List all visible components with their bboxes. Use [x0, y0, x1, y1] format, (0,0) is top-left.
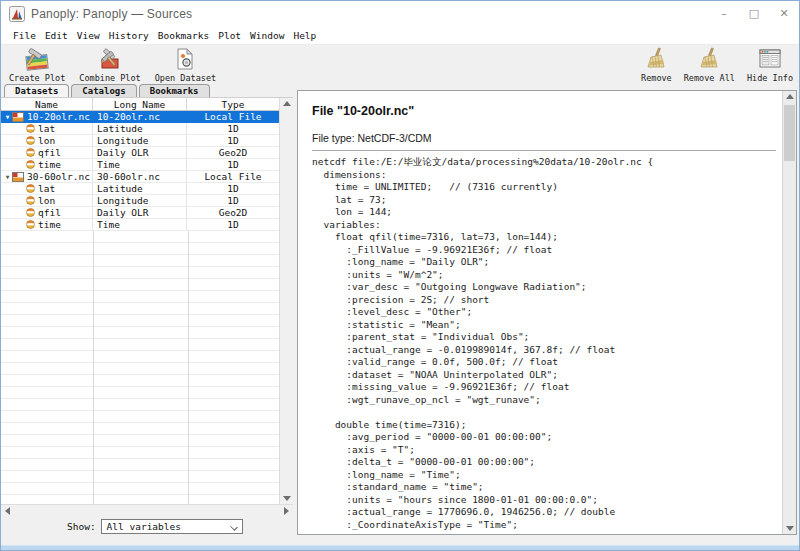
titlebar: Panoply: Panoply — Sources – □ ✕ [1, 1, 799, 26]
panoply-window: Panoply: Panoply — Sources – □ ✕ File Ed… [0, 0, 800, 551]
info-vertical-scrollbar[interactable] [782, 91, 796, 534]
show-variables-select[interactable]: All variables [101, 519, 243, 534]
open-dataset-label: Open Dataset [155, 73, 216, 83]
table-row-variable-time[interactable]: time Time 1D [1, 219, 279, 231]
minimize-icon: – [721, 7, 727, 20]
menu-window[interactable]: Window [250, 30, 284, 41]
hide-info-label: Hide Info [747, 73, 793, 83]
tab-datasets[interactable]: Datasets [4, 84, 69, 97]
menu-edit[interactable]: Edit [45, 30, 68, 41]
table-row-variable-qfil[interactable]: qfil Daily OLR Geo2D [1, 207, 279, 219]
remove-all-label: Remove All [684, 73, 735, 83]
hide-info-button[interactable]: Hide Info [747, 47, 793, 83]
scroll-up-icon[interactable] [283, 101, 291, 106]
table-row-dataset-10-20olr[interactable]: ▼ 10-20olr.nc 10-20olr.nc Local File [1, 111, 279, 123]
combine-plot-label: Combine Plot [79, 73, 140, 83]
column-header-type[interactable]: Type [187, 98, 279, 110]
combine-plot-button[interactable]: Combine Plot [79, 47, 140, 83]
table-row-variable-time[interactable]: time Time 1D [1, 159, 279, 171]
maximize-button[interactable]: □ [739, 1, 769, 26]
menu-view[interactable]: View [77, 30, 100, 41]
scroll-up-icon[interactable] [786, 94, 794, 99]
variable-icon [26, 220, 35, 229]
tab-bookmarks[interactable]: Bookmarks [139, 84, 210, 97]
datasets-vertical-scrollbar[interactable] [279, 98, 293, 504]
table-row-variable-qfil[interactable]: qfil Daily OLR Geo2D [1, 147, 279, 159]
window-bottom-border [1, 545, 799, 551]
scroll-left-icon[interactable] [5, 507, 10, 515]
variable-icon [26, 160, 35, 169]
info-panel: File "10-20olr.nc" File type: NetCDF-3/C… [297, 90, 797, 535]
column-header-long-name[interactable]: Long Name [93, 98, 187, 110]
collapse-triangle-icon[interactable]: ▼ [3, 173, 12, 180]
maximize-icon: □ [749, 7, 759, 20]
menu-file[interactable]: File [13, 30, 36, 41]
scroll-down-icon[interactable] [283, 496, 291, 501]
datasets-table: Name Long Name Type ▼ 10-20olr.nc 10-20o… [1, 98, 279, 504]
show-selected-option: All variables [107, 521, 181, 532]
ncdump-text: netcdf file:/E:/毕业论文/data/processing%20d… [312, 156, 776, 531]
menu-help[interactable]: Help [293, 30, 316, 41]
menu-history[interactable]: History [109, 30, 149, 41]
dataset-file-icon [12, 112, 24, 122]
variable-icon [26, 184, 35, 193]
empty-table-rows [1, 231, 279, 504]
variable-icon [26, 136, 35, 145]
datasets-panel: Name Long Name Type ▼ 10-20olr.nc 10-20o… [1, 97, 293, 535]
hide-info-icon [757, 47, 783, 72]
open-dataset-button[interactable]: Open Dataset [155, 47, 216, 83]
close-button[interactable]: ✕ [769, 1, 799, 26]
chevron-down-icon [230, 523, 238, 531]
scroll-down-icon[interactable] [786, 526, 794, 531]
datasets-horizontal-scrollbar[interactable] [1, 504, 293, 517]
scrollbar-thumb[interactable] [784, 105, 795, 161]
remove-all-button[interactable]: Remove All [684, 47, 735, 83]
variable-icon [26, 148, 35, 157]
variable-icon [26, 196, 35, 205]
remove-all-broom-icon [694, 47, 724, 72]
bottom-strip [1, 535, 799, 545]
app-icon [9, 6, 25, 22]
menu-plot[interactable]: Plot [218, 30, 241, 41]
info-divider [312, 150, 776, 151]
dataset-file-icon [12, 172, 24, 182]
variable-icon [26, 124, 35, 133]
toolbar: Create Plot Combine Plot [1, 45, 799, 84]
open-dataset-icon [174, 47, 196, 72]
create-plot-button[interactable]: Create Plot [9, 47, 65, 83]
menubar: File Edit View History Bookmarks Plot Wi… [1, 26, 799, 45]
minimize-button[interactable]: – [709, 1, 739, 26]
info-file-title: File "10-20olr.nc" [312, 104, 776, 118]
show-label: Show: [67, 521, 96, 532]
main-area: Name Long Name Type ▼ 10-20olr.nc 10-20o… [1, 97, 799, 535]
variable-icon [26, 208, 35, 217]
table-row-variable-lon[interactable]: lon Longitude 1D [1, 195, 279, 207]
create-plot-label: Create Plot [9, 73, 65, 83]
table-row-variable-lon[interactable]: lon Longitude 1D [1, 135, 279, 147]
combine-plot-icon [95, 47, 125, 72]
scroll-right-icon[interactable] [284, 507, 289, 515]
table-row-variable-lat[interactable]: lat Latitude 1D [1, 123, 279, 135]
menu-bookmarks[interactable]: Bookmarks [158, 30, 209, 41]
table-header: Name Long Name Type [1, 98, 279, 111]
show-bar: Show: All variables [1, 517, 293, 535]
info-content: File "10-20olr.nc" File type: NetCDF-3/C… [298, 91, 782, 534]
info-file-type: File type: NetCDF-3/CDM [312, 132, 776, 144]
create-plot-icon [22, 47, 52, 72]
column-header-name[interactable]: Name [1, 98, 93, 110]
remove-broom-icon [643, 47, 669, 72]
close-icon: ✕ [779, 7, 788, 20]
window-title: Panoply: Panoply — Sources [31, 7, 192, 21]
tab-catalogs[interactable]: Catalogs [71, 84, 136, 97]
remove-label: Remove [641, 73, 672, 83]
table-row-dataset-30-60olr[interactable]: ▼ 30-60olr.nc 30-60olr.nc Local File [1, 171, 279, 183]
remove-button[interactable]: Remove [641, 47, 672, 83]
collapse-triangle-icon[interactable]: ▼ [3, 113, 12, 120]
table-row-variable-lat[interactable]: lat Latitude 1D [1, 183, 279, 195]
